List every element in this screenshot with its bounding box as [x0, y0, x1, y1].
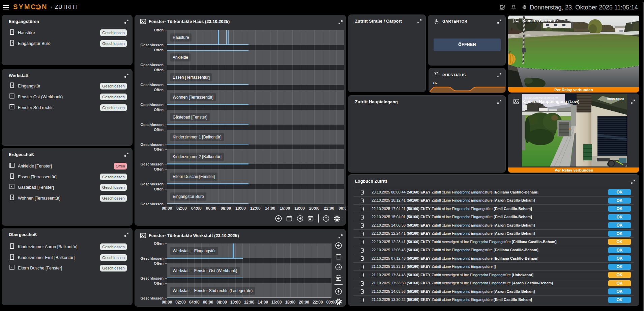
- svg-text:Haupteingang: Haupteingang: [607, 97, 624, 100]
- svg-text:23-10-2025 AB 11:05:03 7M: 23-10-2025 AB 11:05:03 7M: [525, 96, 558, 99]
